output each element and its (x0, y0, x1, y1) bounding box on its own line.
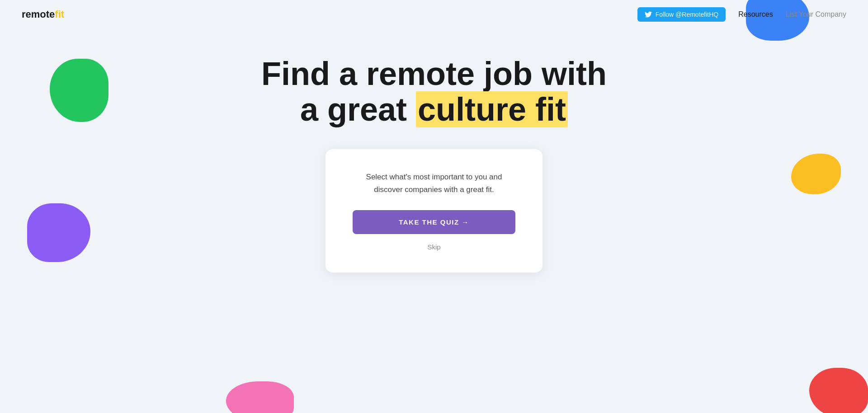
logo-remote-text: remote (22, 9, 55, 20)
headline-line2-plain: a great (300, 91, 416, 127)
skip-link[interactable]: Skip (353, 243, 515, 251)
headline-highlight: culture fit (416, 91, 568, 127)
headline-line1: Find a remote job with (261, 56, 607, 92)
nav-right: Follow @RemotefitHQ Resources List Your … (637, 7, 846, 22)
card-subtitle: Select what's most important to you and … (353, 171, 515, 195)
logo-fit-text: fit (55, 9, 64, 20)
twitter-follow-button[interactable]: Follow @RemotefitHQ (637, 7, 726, 22)
logo[interactable]: remotefit (22, 9, 64, 20)
main-content: Find a remote job with a great culture f… (0, 29, 868, 272)
twitter-icon (645, 11, 652, 18)
quiz-card: Select what's most important to you and … (326, 149, 542, 272)
resources-link[interactable]: Resources (738, 10, 773, 19)
list-company-link[interactable]: List Your Company (786, 10, 846, 19)
decorative-blob-orange (809, 368, 868, 413)
header: remotefit Follow @RemotefitHQ Resources … (0, 0, 868, 29)
twitter-button-label: Follow @RemotefitHQ (656, 11, 718, 18)
hero-headline: Find a remote job with a great culture f… (261, 56, 607, 127)
decorative-blob-pink (226, 381, 294, 413)
take-quiz-button[interactable]: TAKE THE QUIZ → (353, 210, 515, 234)
